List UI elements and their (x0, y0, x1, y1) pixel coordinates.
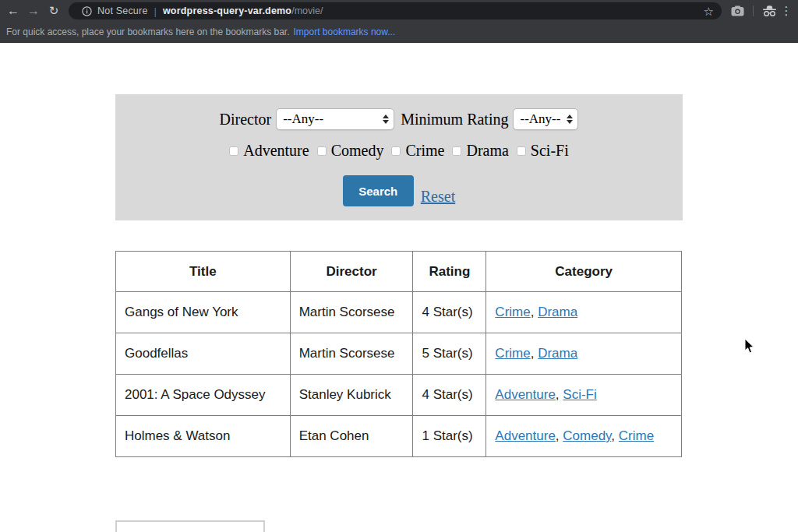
page-content: Director --Any-- Minimum Rating --Any-- … (0, 44, 798, 532)
cell-title: 2001: A Space Odyssey (116, 375, 291, 416)
checkbox-label: Drama (466, 142, 508, 160)
filter-actions-row: Search Reset (343, 175, 455, 206)
cell-title: Holmes & Watson (116, 416, 291, 457)
cell-category: Adventure, Comedy, Crime (486, 416, 682, 457)
category-link-crime[interactable]: Crime (495, 346, 530, 361)
info-icon[interactable] (82, 6, 92, 16)
checkbox-icon[interactable] (452, 146, 461, 156)
cell-category: Crime, Drama (486, 292, 682, 333)
cell-category: Adventure, Sci-Fi (486, 375, 682, 416)
browser-toolbar: ← → ↻ Not Secure | wordpress-query-var.d… (0, 0, 798, 22)
category-link-drama[interactable]: Drama (538, 305, 577, 319)
bookmarks-message: For quick access, place your bookmarks h… (6, 26, 290, 37)
incognito-icon[interactable] (760, 2, 779, 20)
table-row: 2001: A Space OdysseyStanley Kubrick4 St… (116, 375, 682, 416)
cell-rating: 4 Star(s) (413, 375, 486, 416)
search-button[interactable]: Search (343, 175, 414, 206)
column-header-category: Category (486, 252, 682, 292)
checkbox-label: Adventure (243, 142, 309, 160)
cell-title: Goodfellas (116, 333, 291, 375)
category-link-crime[interactable]: Crime (495, 305, 530, 319)
category-filters: AdventureComedyCrimeDramaSci-Fi (229, 142, 569, 160)
url-host: wordpress-query-var.demo (163, 5, 291, 16)
security-label: Not Secure (97, 5, 148, 16)
cell-director: Martin Scorsese (290, 292, 413, 333)
cell-title: Gangs of New York (116, 292, 291, 333)
category-checkbox-comedy[interactable]: Comedy (317, 142, 384, 160)
director-select-value: --Any-- (283, 111, 323, 127)
cell-director: Martin Scorsese (290, 333, 413, 375)
category-checkbox-sci-fi[interactable]: Sci-Fi (517, 142, 569, 160)
category-link-drama[interactable]: Drama (538, 346, 577, 361)
cell-rating: 1 Star(s) (413, 416, 486, 457)
checkbox-label: Comedy (331, 142, 384, 160)
reload-icon[interactable]: ↻ (44, 2, 64, 20)
forward-icon[interactable]: → (23, 2, 44, 20)
column-header-title: Title (116, 252, 291, 292)
url-path: /movie/ (291, 5, 323, 16)
minimum-rating-label: Minimum Rating (401, 111, 508, 129)
cell-category: Crime, Drama (486, 333, 682, 375)
camera-extension-icon[interactable] (728, 2, 747, 20)
reset-link[interactable]: Reset (421, 188, 455, 206)
rating-select-value: --Any-- (520, 111, 560, 127)
category-checkbox-crime[interactable]: Crime (391, 142, 444, 160)
url-separator: | (154, 5, 157, 17)
category-link-sci-fi[interactable]: Sci-Fi (563, 387, 596, 402)
bottom-partial-box (115, 520, 265, 532)
table-row: Holmes & WatsonEtan Cohen1 Star(s)Advent… (116, 416, 682, 457)
category-checkbox-drama[interactable]: Drama (452, 142, 508, 160)
import-bookmarks-link[interactable]: Import bookmarks now... (294, 26, 396, 37)
cell-director: Stanley Kubrick (290, 375, 413, 416)
column-header-director: Director (290, 252, 413, 292)
select-spinner-icon (383, 115, 389, 124)
table-body: Gangs of New YorkMartin Scorsese4 Star(s… (116, 292, 682, 457)
browser-window: ← → ↻ Not Secure | wordpress-query-var.d… (0, 0, 798, 532)
column-header-rating: Rating (413, 252, 486, 292)
category-link-crime[interactable]: Crime (619, 428, 654, 443)
table-row: Gangs of New YorkMartin Scorsese4 Star(s… (116, 292, 682, 333)
cell-rating: 5 Star(s) (413, 333, 486, 375)
address-bar[interactable]: Not Secure | wordpress-query-var.demo /m… (69, 2, 722, 19)
movie-filter-form: Director --Any-- Minimum Rating --Any-- … (115, 94, 683, 220)
category-link-adventure[interactable]: Adventure (495, 387, 556, 402)
checkbox-icon[interactable] (517, 146, 526, 156)
table-header-row: TitleDirectorRatingCategory (116, 252, 682, 292)
cell-director: Etan Cohen (290, 416, 413, 457)
filter-selects-row: Director --Any-- Minimum Rating --Any-- (220, 108, 579, 130)
category-checkbox-adventure[interactable]: Adventure (229, 142, 309, 160)
browser-menu-icon[interactable]: ⋮ (779, 4, 794, 18)
checkbox-label: Sci-Fi (531, 142, 569, 160)
checkbox-label: Crime (405, 142, 444, 160)
movie-results-table: TitleDirectorRatingCategory Gangs of New… (115, 251, 682, 457)
minimum-rating-select[interactable]: --Any-- (513, 108, 578, 130)
checkbox-icon[interactable] (229, 146, 238, 156)
category-link-adventure[interactable]: Adventure (495, 428, 556, 443)
checkbox-icon[interactable] (391, 146, 401, 156)
checkbox-icon[interactable] (317, 146, 327, 156)
table-row: GoodfellasMartin Scorsese5 Star(s)Crime,… (116, 333, 682, 375)
category-link-comedy[interactable]: Comedy (563, 428, 611, 443)
director-label: Director (220, 111, 272, 129)
director-select[interactable]: --Any-- (276, 108, 394, 130)
toolbar-right: ⋮ (728, 2, 798, 20)
bookmark-star-icon[interactable]: ☆ (704, 5, 714, 17)
back-icon[interactable]: ← (3, 2, 23, 20)
bookmarks-bar: For quick access, place your bookmarks h… (0, 22, 798, 43)
cell-rating: 4 Star(s) (413, 292, 486, 333)
select-spinner-icon (567, 115, 573, 124)
toolbar-divider (753, 5, 754, 16)
